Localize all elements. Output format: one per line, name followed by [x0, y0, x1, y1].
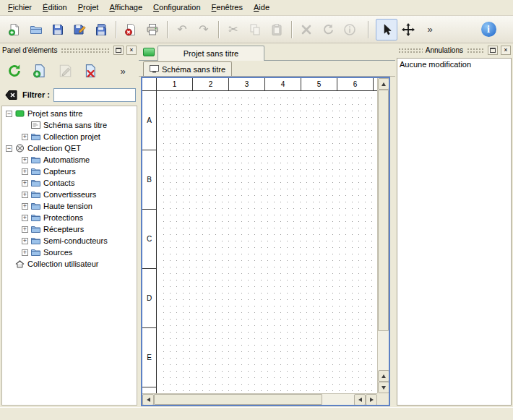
toolbar-separator: [218, 21, 219, 38]
expand-toggle[interactable]: +: [22, 157, 28, 163]
elements-panel-title: Panel d'éléments: [2, 46, 57, 54]
undo-history-list[interactable]: Aucune modification: [397, 58, 512, 406]
undo-empty-text: Aucune modification: [400, 60, 471, 69]
tree-item-convertisseurs[interactable]: + Convertisseurs: [2, 189, 137, 200]
tree-item-schema[interactable]: Schéma sans titre: [2, 119, 137, 131]
tree-item-protections[interactable]: + Protections: [2, 212, 137, 223]
tree-item-capteurs[interactable]: + Capteurs: [2, 166, 137, 177]
arrow-left-icon: [358, 398, 362, 402]
float-panel-button[interactable]: [113, 46, 124, 55]
horizontal-scroll-track[interactable]: [154, 394, 354, 405]
expand-toggle[interactable]: +: [22, 203, 28, 210]
collapse-toggle[interactable]: −: [6, 145, 12, 152]
save-file-button[interactable]: [47, 19, 69, 40]
close-file-button[interactable]: [120, 19, 142, 40]
cursor-arrow-icon: [380, 23, 393, 36]
save-as-button[interactable]: [69, 19, 90, 40]
menu-projet[interactable]: Projet: [73, 1, 104, 14]
tree-item-semi-conducteurs[interactable]: + Semi-conducteurs: [2, 235, 137, 247]
schema-canvas[interactable]: [158, 92, 377, 393]
tree-item-automatisme[interactable]: + Automatisme: [2, 154, 137, 166]
panel-overflow-button[interactable]: »: [112, 60, 134, 82]
dock-grip-handle[interactable]: [60, 47, 111, 53]
redo-button[interactable]: ↷: [193, 19, 215, 40]
tree-item-recepteurs[interactable]: + Récepteurs: [2, 223, 137, 235]
open-file-button[interactable]: [25, 19, 47, 40]
menu-edition[interactable]: Édition: [38, 1, 72, 14]
scroll-left-button-2[interactable]: [354, 394, 366, 406]
close-panel-button[interactable]: ×: [126, 46, 137, 55]
copy-button[interactable]: [244, 19, 266, 40]
column-header: 4: [265, 78, 301, 90]
cut-button[interactable]: ✂: [223, 19, 244, 40]
toolbar-overflow-button[interactable]: »: [419, 19, 441, 40]
reload-collections-button[interactable]: [4, 60, 25, 82]
tab-projet-sans-titre[interactable]: Projet sans titre: [158, 46, 264, 61]
tree-item-collection-qet[interactable]: − Collection QET: [2, 142, 137, 154]
scroll-left-button[interactable]: [142, 394, 154, 406]
expand-toggle[interactable]: +: [22, 238, 28, 244]
menu-aide[interactable]: Aide: [249, 1, 275, 14]
scroll-down-button[interactable]: [378, 382, 389, 393]
vertical-scrollbar[interactable]: [377, 78, 389, 393]
project-tab-icon[interactable]: [143, 48, 155, 56]
tree-item-collection-utilisateur[interactable]: Collection utilisateur: [2, 258, 137, 270]
tree-item-label: Contacts: [43, 179, 74, 187]
edit-element-button[interactable]: [54, 60, 76, 82]
undo-panel-dock: Annulations × Aucune modification: [395, 43, 513, 407]
scroll-up-button[interactable]: [378, 78, 389, 90]
tree-item-contacts[interactable]: + Contacts: [2, 177, 137, 189]
redo-icon: ↷: [199, 24, 208, 35]
expand-toggle[interactable]: +: [22, 215, 28, 221]
close-panel-button[interactable]: ×: [501, 46, 511, 55]
expand-toggle[interactable]: +: [22, 168, 28, 175]
delete-element-button[interactable]: [79, 60, 101, 82]
scroll-up-button-2[interactable]: [378, 370, 389, 382]
conductor-info-button[interactable]: [339, 19, 361, 40]
tree-item-label: Schéma sans titre: [43, 121, 107, 129]
new-file-button[interactable]: [4, 19, 25, 40]
elements-panel-toolbar: »: [0, 56, 139, 85]
tree-item-label: Collection QET: [27, 144, 81, 153]
tab-schema-sans-titre[interactable]: Schéma sans titre: [143, 61, 232, 76]
save-all-button[interactable]: [90, 19, 112, 40]
row-header: C: [142, 210, 156, 269]
tree-item-collection-projet[interactable]: + Collection projet: [2, 131, 137, 142]
folder-icon: [31, 190, 40, 199]
float-panel-button[interactable]: [488, 46, 498, 55]
collapse-toggle[interactable]: −: [6, 111, 12, 117]
filter-input[interactable]: [53, 88, 136, 102]
rotate-button[interactable]: [317, 19, 339, 40]
print-button[interactable]: [142, 19, 163, 40]
home-icon: [15, 260, 25, 268]
expand-toggle[interactable]: +: [22, 226, 28, 233]
menu-fenetres[interactable]: Fenêtres: [207, 1, 248, 14]
tree-item-project[interactable]: − Projet sans titre: [2, 108, 137, 119]
row-headers: A B C D E: [142, 91, 157, 393]
tree-item-sources[interactable]: + Sources: [2, 247, 137, 258]
expand-toggle[interactable]: +: [22, 134, 28, 140]
horizontal-scrollbar[interactable]: [142, 393, 377, 405]
expand-toggle[interactable]: +: [22, 180, 28, 187]
menu-fichier[interactable]: Fichier: [3, 1, 37, 14]
tree-item-haute-tension[interactable]: + Haute tension: [2, 200, 137, 212]
vertical-scroll-track[interactable]: [378, 90, 389, 370]
menu-affichage[interactable]: Affichage: [104, 1, 147, 14]
menu-configuration[interactable]: Configuration: [148, 1, 205, 14]
clear-filter-button[interactable]: [3, 87, 19, 103]
expand-toggle[interactable]: +: [22, 249, 28, 256]
horizontal-scroll-thumb[interactable]: [154, 394, 322, 405]
move-tool-button[interactable]: [397, 19, 419, 40]
undo-button[interactable]: ↶: [171, 19, 193, 40]
dock-grip-handle[interactable]: [466, 47, 485, 53]
expand-toggle[interactable]: +: [22, 192, 28, 198]
scroll-right-button[interactable]: [366, 394, 377, 406]
new-element-button[interactable]: [29, 60, 51, 82]
vertical-scroll-thumb[interactable]: [378, 90, 389, 331]
paste-button[interactable]: [266, 19, 288, 40]
about-button[interactable]: i: [478, 19, 499, 40]
select-tool-button[interactable]: [376, 19, 397, 40]
dock-grip-handle[interactable]: [397, 47, 423, 53]
mdi-area: Projet sans titre Schéma sans titre 1 2 …: [139, 43, 395, 407]
delete-button[interactable]: [296, 19, 317, 40]
